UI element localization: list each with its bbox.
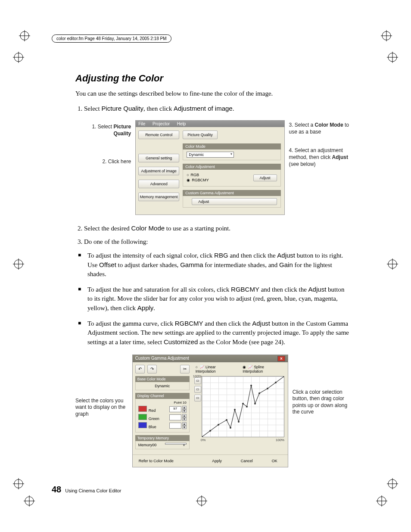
svg-point-41 (246, 406, 248, 408)
sidebar-general-setting[interactable]: General setting (138, 154, 179, 162)
bullet-2: To adjust the hue and saturation for all… (87, 285, 351, 313)
red-swatch-icon[interactable] (138, 406, 147, 412)
radio-rgb[interactable]: ○RGB (187, 173, 209, 178)
panel-header-custom-gamma: Custom Gamma Adjustment (183, 190, 280, 196)
red-stepper[interactable]: ▲▼ (182, 406, 187, 413)
memory-label: Memory00 (138, 443, 157, 447)
ok-button[interactable]: OK (264, 457, 285, 464)
panel-color-adjustment: Color Adjustment ○RGB ◉RGBCMY Adjust (183, 164, 280, 186)
svg-point-37 (230, 427, 231, 429)
radio-spline-interp[interactable]: ◉ 📈 Spline Interpolation (243, 365, 284, 373)
blue-stepper[interactable]: ▲▼ (182, 422, 187, 429)
figure-2: Select the colors you want to display on… (75, 355, 351, 467)
adjust-button-color[interactable]: Adjust (253, 174, 277, 181)
panel-color-mode: Color Mode Dynamic (183, 143, 280, 160)
svg-point-34 (209, 430, 211, 432)
base-color-mode-value: Dynamic (135, 382, 190, 390)
svg-point-36 (226, 419, 227, 421)
radio-rgbcmy[interactable]: ◉RGBCMY (187, 178, 209, 183)
memory-dropdown[interactable] (165, 443, 187, 445)
section-title: Adjusting the Color (75, 73, 351, 84)
callout-select-color-mode: 3. Select a Color Mode to use as a base (289, 122, 351, 135)
blue-value-input[interactable] (169, 423, 181, 429)
svg-point-45 (267, 388, 268, 389)
scissors-icon[interactable]: ✂ (180, 365, 190, 373)
panel-custom-gamma: Custom Gamma Adjustment Adjust (183, 190, 280, 208)
display-channel-header: Display Channel (135, 393, 190, 399)
point-label: Point 10 (138, 401, 187, 404)
figure-1: 1. Select Picture Quality 2. Click here … (75, 120, 351, 215)
gamma-curve[interactable] (202, 376, 284, 437)
green-value-input[interactable] (169, 414, 181, 420)
panel-header-color-mode: Color Mode (183, 143, 280, 149)
svg-point-40 (242, 403, 244, 404)
x-axis-100: 100% (276, 438, 284, 442)
svg-point-35 (218, 424, 219, 426)
svg-point-39 (238, 421, 240, 423)
close-icon[interactable]: × (277, 356, 285, 361)
menu-projector[interactable]: Projector (153, 121, 170, 126)
tab-picture-quality[interactable]: Picture Quality (183, 131, 218, 139)
gamma-window: Custom Gamma Adjustment × ↶ ↷ ✂ Base Col… (132, 355, 288, 467)
undo-icon[interactable]: ↶ (135, 365, 145, 373)
svg-point-44 (258, 392, 260, 394)
plot-tool-3-icon[interactable]: ▭ (194, 395, 201, 401)
print-header: color editor.fm Page 48 Friday, January … (52, 34, 171, 43)
channel-red: Red (149, 408, 156, 413)
svg-point-43 (254, 403, 256, 404)
callout-select-adjustment: 4. Select an adjustment method, then cli… (289, 147, 351, 168)
plot-tool-2-icon[interactable]: ▭ (194, 386, 201, 393)
green-stepper[interactable]: ▲▼ (182, 414, 187, 421)
green-swatch-icon[interactable] (138, 414, 147, 420)
sidebar-memory-management[interactable]: Memory management (138, 193, 179, 201)
callout-click-here: 2. Click here (75, 159, 131, 165)
plot-tool-1-icon[interactable]: ▭ (194, 377, 201, 384)
color-mode-dropdown[interactable]: Dynamic (187, 152, 234, 158)
page-number: 48 (52, 485, 61, 494)
temp-memory-header: Temporary Memory (135, 435, 190, 441)
adjust-button-gamma[interactable]: Adjust (192, 198, 277, 205)
footer-label: Using Cinema Color Editor (65, 488, 121, 493)
bullet-1: To adjust the intensity of each signal c… (87, 251, 351, 279)
callout-select-colors: Select the colors you want to display on… (75, 398, 128, 418)
refer-to-color-mode-button[interactable]: Refer to Color Mode (135, 457, 177, 464)
sidebar-advanced[interactable]: Advanced (138, 180, 179, 188)
bullet-3: To adjust the gamma curve, click RGBCMY … (87, 319, 351, 347)
page-footer: 48 Using Cinema Color Editor (52, 485, 385, 495)
svg-point-38 (234, 409, 236, 411)
menu-file[interactable]: File (138, 121, 145, 126)
redo-icon[interactable]: ↷ (147, 365, 157, 373)
app-window: File Projector Help Remote Control Gener… (135, 120, 284, 215)
svg-point-46 (275, 382, 277, 383)
step-3: Do one of the following: (84, 237, 351, 246)
step-2: Select the desired Color Mode to use as … (84, 224, 351, 233)
gamma-window-title: Custom Gamma Adjustment (135, 356, 189, 361)
red-value-input[interactable]: 97 (169, 406, 181, 412)
blue-swatch-icon[interactable] (138, 422, 147, 428)
x-axis-0: 0% (201, 438, 206, 442)
menubar: File Projector Help (136, 121, 284, 127)
apply-button[interactable]: Apply (204, 457, 230, 464)
sidebar-remote-control[interactable]: Remote Control (138, 131, 179, 139)
base-color-mode-header: Base Color Mode (135, 376, 190, 382)
channel-green: Green (149, 417, 159, 421)
intro-text: You can use the settings described below… (75, 89, 351, 98)
channel-blue: Blue (149, 425, 156, 429)
gamma-plot[interactable]: ▭ ▭ ▭ (202, 376, 284, 437)
callout-click-color-selection: Click a color selection button, then dra… (293, 389, 351, 416)
radio-linear-interp[interactable]: ○ 📈 Linear Interpolation (196, 365, 236, 373)
sidebar-adjustment-of-image[interactable]: Adjustment of image (138, 167, 179, 175)
panel-header-color-adjustment: Color Adjustment (183, 164, 280, 170)
cancel-button[interactable]: Cancel (233, 457, 261, 464)
svg-point-42 (250, 385, 252, 386)
callout-select-picture-quality: 1. Select Picture Quality (75, 124, 131, 137)
menu-help[interactable]: Help (177, 121, 186, 126)
step-1: Select Picture Quality, then click Adjus… (84, 104, 351, 113)
